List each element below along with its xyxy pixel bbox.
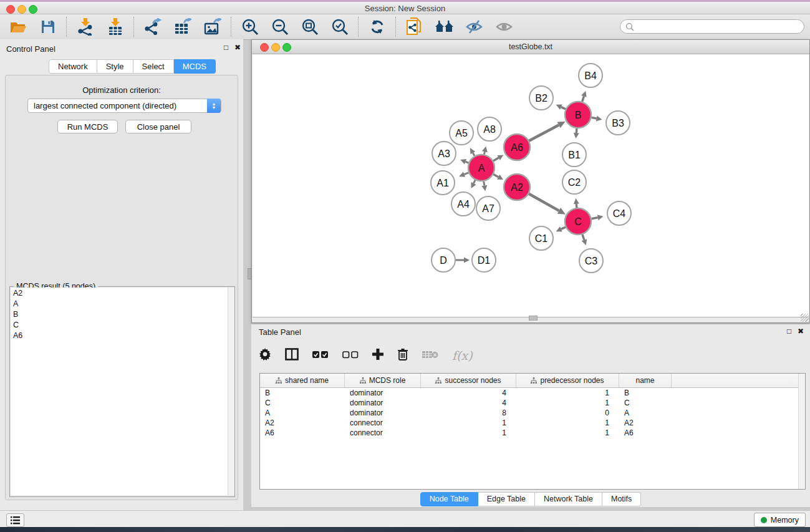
cell-MCDS-role[interactable]: dominator — [345, 399, 421, 407]
tab-edge-table[interactable]: Edge Table — [478, 492, 535, 506]
tab-style[interactable]: Style — [97, 59, 133, 74]
column-selector-button[interactable] — [285, 348, 299, 363]
table-row[interactable]: A6connector11A6 — [260, 428, 805, 438]
close-panel-button[interactable]: Close panel — [125, 120, 191, 133]
cell-shared-name[interactable]: B — [260, 389, 345, 397]
edge-A-A2[interactable] — [493, 175, 498, 177]
open-session-button[interactable] — [7, 17, 29, 37]
cell-MCDS-role[interactable]: connector — [345, 418, 421, 427]
add-column-button[interactable] — [372, 349, 383, 362]
cell-predecessor-nodes[interactable]: 1 — [516, 389, 619, 397]
tab-network[interactable]: Network — [49, 59, 97, 74]
float-panel-icon[interactable]: □ — [224, 44, 228, 51]
cell-name[interactable]: A2 — [619, 418, 672, 427]
zoom-out-button[interactable] — [269, 17, 291, 37]
cell-successor-nodes[interactable]: 4 — [421, 389, 516, 397]
result-item[interactable]: B — [11, 309, 228, 319]
zoom-selected-button[interactable] — [329, 17, 350, 37]
select-all-button[interactable] — [312, 350, 329, 361]
import-table-button[interactable] — [105, 17, 126, 37]
cell-successor-nodes[interactable]: 8 — [421, 409, 516, 417]
table-row[interactable]: Cdominator41C — [260, 398, 805, 408]
refresh-button[interactable] — [367, 17, 388, 37]
resize-grip-icon[interactable] — [801, 314, 809, 322]
edge-C-C3[interactable] — [582, 235, 584, 240]
cell-MCDS-role[interactable]: dominator — [345, 409, 421, 417]
cell-name[interactable]: C — [619, 399, 672, 407]
cell-shared-name[interactable]: A2 — [260, 418, 345, 427]
column-header-shared-name[interactable]: shared name — [260, 374, 345, 387]
zoom-fit-button[interactable] — [299, 17, 321, 37]
zoom-in-button[interactable] — [239, 17, 261, 37]
search-field[interactable] — [620, 19, 804, 34]
tab-motifs[interactable]: Motifs — [602, 492, 641, 506]
result-item[interactable]: C — [11, 319, 228, 330]
table-settings-button[interactable] — [259, 348, 271, 363]
result-item[interactable]: A — [11, 298, 228, 309]
first-neighbors-button[interactable] — [434, 17, 455, 37]
edge-C-C4[interactable] — [592, 218, 598, 219]
deselect-all-button[interactable] — [342, 350, 359, 361]
edge-B-B4[interactable] — [582, 96, 584, 102]
cell-predecessor-nodes[interactable]: 1 — [516, 418, 619, 427]
tab-node-table[interactable]: Node Table — [420, 492, 478, 506]
edge-A-A4[interactable] — [474, 180, 476, 183]
network-canvas[interactable]: B4B2BB3A5A8A6A3AB1A1C2A2A4A7C4CC1DD1C3 — [253, 54, 809, 317]
optimization-criterion-select[interactable]: largest connected component (directed) ▲… — [27, 99, 221, 113]
result-list-scrollbar[interactable] — [228, 288, 234, 495]
cell-successor-nodes[interactable]: 1 — [421, 418, 516, 427]
close-table-panel-icon[interactable]: ✖ — [798, 327, 804, 335]
tab-mcds[interactable]: MCDS — [174, 59, 216, 74]
edge-A-A5[interactable] — [473, 153, 475, 156]
export-table-button[interactable] — [172, 17, 193, 37]
cell-successor-nodes[interactable]: 1 — [421, 428, 516, 437]
table-row[interactable]: A2connector11A2 — [260, 418, 805, 428]
show-panel-list-button[interactable] — [6, 513, 24, 527]
edge-A-A8[interactable] — [485, 152, 485, 154]
import-network-button[interactable] — [75, 17, 96, 37]
cell-name[interactable]: A — [619, 409, 672, 417]
export-network-button[interactable] — [142, 17, 163, 37]
export-image-button[interactable] — [202, 17, 223, 37]
column-header-name[interactable]: name — [619, 374, 672, 387]
function-builder-button[interactable]: f(x) — [452, 349, 473, 362]
table-row[interactable]: Adominator80A — [260, 408, 805, 418]
delete-column-button[interactable] — [397, 348, 408, 363]
result-item[interactable]: A6 — [11, 330, 228, 341]
edge-C-C2[interactable] — [576, 204, 577, 208]
edge-A-A3[interactable] — [466, 162, 469, 163]
cell-MCDS-role[interactable]: connector — [345, 428, 421, 437]
delete-table-button[interactable] — [422, 349, 438, 362]
horizontal-splitter-thumb[interactable] — [529, 316, 538, 321]
tab-select[interactable]: Select — [133, 59, 174, 74]
edge-B-B3[interactable] — [592, 117, 597, 118]
edge-A-A6[interactable] — [493, 158, 499, 161]
memory-button[interactable]: Memory — [754, 513, 806, 527]
edge-A2-C[interactable] — [529, 194, 559, 211]
edge-B-B1[interactable] — [576, 128, 577, 133]
cell-name[interactable]: A6 — [619, 428, 672, 437]
table-row[interactable]: Bdominator41B — [260, 388, 805, 398]
cell-shared-name[interactable]: A — [260, 409, 345, 417]
result-item[interactable]: A2 — [11, 288, 228, 298]
edge-B-B2[interactable] — [561, 107, 566, 109]
column-header-predecessor-nodes[interactable]: predecessor nodes — [516, 374, 619, 387]
mcds-result-list[interactable]: A2ABCA6 — [11, 288, 228, 495]
cell-predecessor-nodes[interactable]: 0 — [516, 409, 619, 417]
column-header-successor-nodes[interactable]: successor nodes — [421, 374, 516, 387]
cell-successor-nodes[interactable]: 4 — [421, 399, 516, 407]
edge-A-A1[interactable] — [465, 173, 469, 175]
cell-predecessor-nodes[interactable]: 1 — [516, 428, 619, 437]
tab-network-table[interactable]: Network Table — [535, 492, 602, 506]
cell-MCDS-role[interactable]: dominator — [345, 389, 421, 397]
edge-A-A7[interactable] — [484, 181, 485, 186]
cell-name[interactable]: B — [619, 389, 672, 397]
show-hidden-button[interactable] — [494, 17, 515, 37]
table-scrollbar[interactable] — [798, 374, 805, 489]
cell-shared-name[interactable]: A6 — [260, 428, 345, 437]
save-session-button[interactable] — [37, 17, 59, 37]
float-table-panel-icon[interactable]: □ — [787, 327, 791, 335]
edge-A6-B[interactable] — [529, 125, 559, 140]
column-header-MCDS-role[interactable]: MCDS role — [345, 374, 421, 387]
run-mcds-button[interactable]: Run MCDS — [57, 120, 118, 133]
